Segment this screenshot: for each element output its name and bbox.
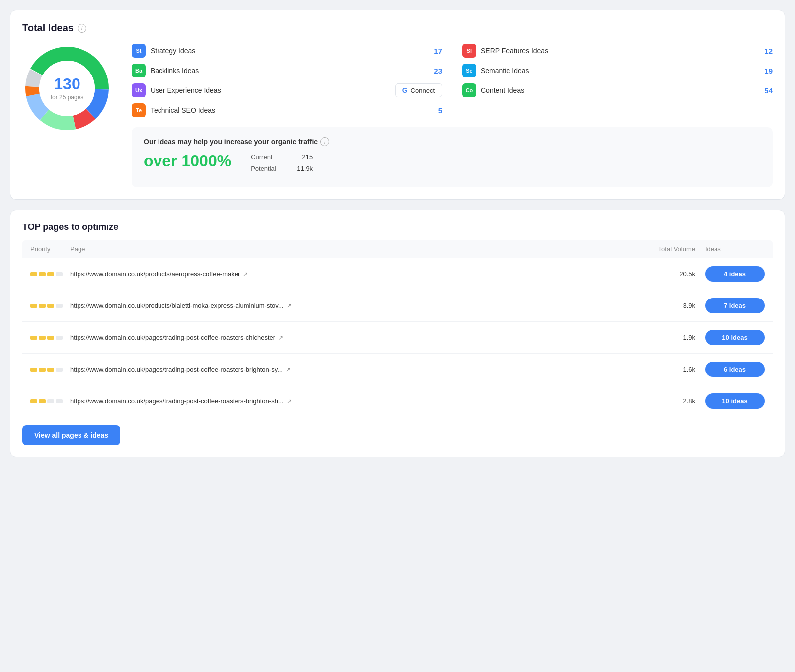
idea-item-technical: Te Technical SEO Ideas 5 [132, 103, 442, 117]
traffic-title: Our ideas may help you increase your org… [144, 137, 761, 146]
volume-4: 1.6k [640, 366, 705, 373]
volume-5: 2.8k [640, 397, 705, 405]
ext-link-icon-1[interactable]: ↗ [243, 271, 248, 278]
total-ideas-heading: Total Ideas [22, 22, 74, 34]
backlinks-count: 23 [427, 67, 442, 75]
idea-item-strategy: St Strategy Ideas 17 [132, 44, 442, 58]
google-connect-button[interactable]: G Connect [395, 83, 442, 97]
ext-link-icon-4[interactable]: ↗ [286, 366, 291, 373]
donut-count: 130 [51, 76, 84, 92]
pbar [39, 304, 46, 308]
th-page: Page [70, 245, 640, 253]
traffic-increase: over 1000% [144, 152, 231, 170]
semantic-count: 19 [758, 67, 773, 75]
view-all-button[interactable]: View all pages & ideas [22, 425, 120, 445]
semantic-badge: Se [462, 64, 476, 77]
potential-value: 11.9k [293, 165, 313, 172]
potential-label: Potential [251, 165, 281, 172]
table-row: https://www.domain.co.uk/products/aeropr… [22, 258, 773, 290]
strategy-label: Strategy Ideas [151, 47, 422, 55]
ext-link-icon-2[interactable]: ↗ [287, 302, 292, 309]
donut-center: 130 for 25 pages [51, 76, 84, 101]
idea-item-backlinks: Ba Backlinks Ideas 23 [132, 64, 442, 77]
ext-link-icon-5[interactable]: ↗ [287, 398, 292, 405]
ideas-btn-5[interactable]: 10 ideas [705, 393, 765, 409]
traffic-info-icon[interactable]: i [320, 137, 329, 146]
total-ideas-info-icon[interactable]: i [78, 24, 86, 33]
top-pages-title: TOP pages to optimize [22, 222, 773, 232]
donut-chart: 130 for 25 pages [22, 44, 112, 133]
content-badge: Co [462, 83, 476, 97]
table-row: https://www.domain.co.uk/products/bialet… [22, 290, 773, 322]
page-url-3[interactable]: https://www.domain.co.uk/pages/trading-p… [70, 334, 640, 341]
volume-2: 3.9k [640, 302, 705, 309]
idea-item-content: Co Content Ideas 54 [462, 83, 773, 97]
current-label: Current [251, 153, 281, 161]
strategy-count: 17 [427, 47, 442, 55]
table-row: https://www.domain.co.uk/pages/trading-p… [22, 354, 773, 385]
pbar-empty [56, 399, 63, 403]
serp-badge: Sf [462, 44, 476, 58]
pbar [39, 399, 46, 403]
ideas-btn-1[interactable]: 4 ideas [705, 266, 765, 282]
semantic-label: Semantic Ideas [481, 67, 753, 75]
pbar [47, 304, 54, 308]
pbar-empty [56, 272, 63, 276]
page-url-1[interactable]: https://www.domain.co.uk/products/aeropr… [70, 270, 640, 278]
th-volume: Total Volume [640, 245, 705, 253]
technical-label: Technical SEO Ideas [151, 106, 422, 114]
pbar [47, 336, 54, 340]
traffic-bars: Current 215 Potential 11.9k [251, 153, 313, 176]
technical-count: 5 [427, 106, 442, 115]
top-pages-card: TOP pages to optimize Priority Page Tota… [10, 210, 785, 457]
technical-badge: Te [132, 103, 146, 117]
idea-item-ux: Ux User Experience Ideas G Connect [132, 83, 442, 97]
pbar [39, 336, 46, 340]
table-row: https://www.domain.co.uk/pages/trading-p… [22, 385, 773, 417]
google-icon: G [402, 86, 408, 94]
table-header: Priority Page Total Volume Ideas [22, 240, 773, 258]
traffic-potential-row: Potential 11.9k [251, 165, 313, 172]
total-ideas-title: Total Ideas i [22, 22, 773, 34]
connect-label: Connect [411, 87, 435, 94]
page-url-2[interactable]: https://www.domain.co.uk/products/bialet… [70, 302, 640, 309]
volume-1: 20.5k [640, 270, 705, 278]
pbar [39, 368, 46, 372]
ext-link-icon-3[interactable]: ↗ [278, 334, 283, 341]
idea-item-semantic: Se Semantic Ideas 19 [462, 64, 773, 77]
priority-bars-4 [30, 368, 70, 372]
pbar-empty [56, 304, 63, 308]
th-priority: Priority [30, 245, 70, 253]
ux-label: User Experience Ideas [151, 86, 390, 94]
page-url-5[interactable]: https://www.domain.co.uk/pages/trading-p… [70, 397, 640, 405]
pbar [47, 272, 54, 276]
th-ideas: Ideas [705, 245, 765, 253]
pbar [30, 368, 37, 372]
ideas-btn-2[interactable]: 7 ideas [705, 298, 765, 313]
page-url-4[interactable]: https://www.domain.co.uk/pages/trading-p… [70, 366, 640, 373]
serp-count: 12 [758, 47, 773, 55]
pbar-empty [56, 368, 63, 372]
current-value: 215 [293, 153, 313, 161]
priority-bars-3 [30, 336, 70, 340]
ux-badge: Ux [132, 83, 146, 97]
ideas-content: St Strategy Ideas 17 Sf SERP Features Id… [132, 44, 773, 187]
pbar [30, 304, 37, 308]
traffic-label-text: Our ideas may help you increase your org… [144, 138, 318, 146]
pbar-empty [47, 399, 54, 403]
top-section: 130 for 25 pages St Strategy Ideas 17 Sf… [22, 44, 773, 187]
priority-bars-1 [30, 272, 70, 276]
pbar [47, 368, 54, 372]
serp-label: SERP Features Ideas [481, 47, 753, 55]
donut-subtitle: for 25 pages [51, 94, 84, 101]
backlinks-label: Backlinks Ideas [151, 67, 422, 75]
pbar [30, 399, 37, 403]
ideas-btn-3[interactable]: 10 ideas [705, 330, 765, 345]
strategy-badge: St [132, 44, 146, 58]
ideas-btn-4[interactable]: 6 ideas [705, 362, 765, 377]
pbar [39, 272, 46, 276]
ideas-grid: St Strategy Ideas 17 Sf SERP Features Id… [132, 44, 773, 117]
traffic-current-row: Current 215 [251, 153, 313, 161]
total-ideas-card: Total Ideas i [10, 10, 785, 200]
priority-bars-2 [30, 304, 70, 308]
